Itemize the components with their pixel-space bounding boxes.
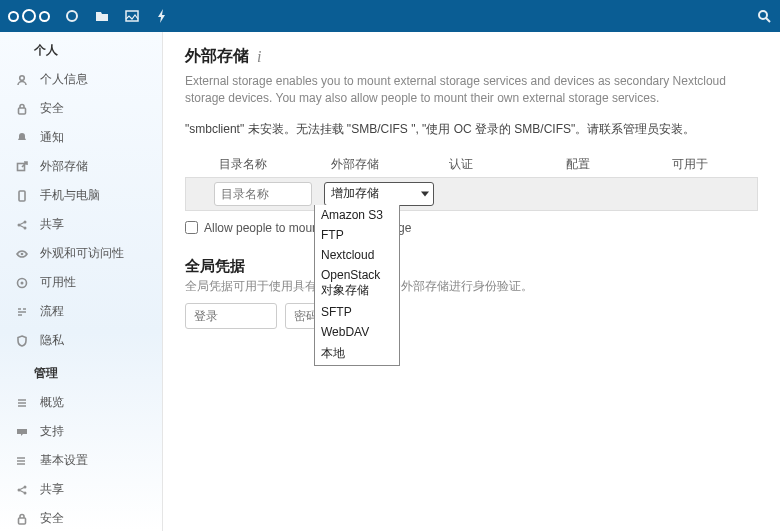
storage-option[interactable]: FTP (315, 225, 399, 245)
sidebar-item-label: 外观和可访问性 (40, 245, 124, 262)
svg-point-2 (759, 11, 767, 19)
svg-point-16 (17, 463, 19, 465)
lock-icon (16, 103, 30, 115)
privacy-icon (16, 335, 30, 347)
dashboard-icon[interactable] (64, 8, 80, 24)
bell-icon (16, 132, 30, 144)
svg-rect-5 (19, 108, 26, 114)
sidebar-heading-personal: 个人 (0, 32, 162, 65)
lock-icon (16, 513, 30, 525)
sidebar-item-bell[interactable]: 通知 (0, 123, 162, 152)
app-logo[interactable] (8, 9, 50, 23)
svg-point-4 (20, 75, 25, 80)
main-content: 外部存储 i External storage enables you to m… (163, 32, 780, 531)
sidebar-item-label: 共享 (40, 481, 64, 498)
storage-type-select[interactable]: 增加存储 (324, 182, 434, 206)
support-icon (16, 426, 30, 438)
sidebar-item-lock[interactable]: 安全 (0, 94, 162, 123)
col-dirname: 目录名称 (213, 152, 325, 177)
avail-icon (16, 277, 30, 289)
svg-point-14 (17, 457, 19, 459)
sidebar-item-label: 概览 (40, 394, 64, 411)
info-icon[interactable]: i (257, 48, 261, 66)
allow-user-mount-row[interactable]: Allow people to mount external storage (185, 221, 758, 235)
sidebar-item-label: 通知 (40, 129, 64, 146)
sidebar-item-label: 隐私 (40, 332, 64, 349)
add-storage-row: 增加存储 Amazon S3FTPNextcloudOpenStack 对象存储… (185, 177, 758, 211)
svg-rect-7 (19, 191, 25, 201)
storage-option[interactable]: Nextcloud (315, 245, 399, 265)
storage-option[interactable]: SFTP (315, 302, 399, 322)
storage-option[interactable]: OpenStack 对象存储 (315, 265, 399, 302)
sidebar-item-label: 安全 (40, 100, 64, 117)
phone-icon (16, 190, 30, 202)
global-credentials-title: 全局凭据 (185, 257, 758, 276)
page-title: 外部存储 i (185, 46, 758, 67)
svg-point-0 (67, 11, 77, 21)
share-icon (16, 484, 30, 496)
files-icon[interactable] (94, 8, 110, 24)
svg-rect-20 (19, 518, 26, 524)
page-title-text: 外部存储 (185, 46, 249, 67)
flow-icon (16, 306, 30, 318)
storage-option[interactable]: WebDAV (315, 322, 399, 342)
share-icon (16, 219, 30, 231)
sidebar-item-flow[interactable]: 流程 (0, 297, 162, 326)
top-bar (0, 0, 780, 32)
storage-option[interactable]: 本地 (315, 342, 399, 365)
sidebar-item-label: 外部存储 (40, 158, 88, 175)
activity-icon[interactable] (154, 8, 170, 24)
sidebar-item-user[interactable]: 个人信息 (0, 65, 162, 94)
sidebar-heading-admin: 管理 (0, 355, 162, 388)
storage-option[interactable]: Amazon S3 (315, 205, 399, 225)
sidebar-item-label: 手机与电脑 (40, 187, 100, 204)
storage-type-dropdown: Amazon S3FTPNextcloudOpenStack 对象存储SFTPW… (314, 205, 400, 366)
svg-point-13 (21, 281, 24, 284)
col-config: 配置 (560, 152, 666, 177)
storage-type-select-value: 增加存储 (331, 185, 379, 202)
sidebar-item-basic[interactable]: 基本设置 (0, 446, 162, 475)
smb-warning: "smbclient" 未安装。无法挂载 "SMB/CIFS ", "使用 OC… (185, 121, 758, 138)
sidebar-item-share[interactable]: 共享 (0, 475, 162, 504)
photos-icon[interactable] (124, 8, 140, 24)
page-description: External storage enables you to mount ex… (185, 73, 758, 107)
chevron-down-icon (421, 191, 429, 196)
col-auth: 认证 (443, 152, 561, 177)
search-icon[interactable] (756, 8, 772, 24)
dirname-input[interactable] (214, 182, 312, 206)
global-login-input[interactable] (185, 303, 277, 329)
svg-point-11 (21, 252, 24, 255)
sidebar-item-label: 安全 (40, 510, 64, 527)
overview-icon (16, 397, 30, 409)
sidebar-item-eye[interactable]: 外观和可访问性 (0, 239, 162, 268)
svg-point-15 (17, 460, 19, 462)
col-available: 可用于 (666, 152, 758, 177)
global-credentials-desc: 全局凭据可用于使用具有相同凭据的多个外部存储进行身份验证。 (185, 278, 758, 295)
sidebar-item-label: 流程 (40, 303, 64, 320)
external-icon (16, 161, 30, 173)
table-header-row: 目录名称 外部存储 认证 配置 可用于 (185, 152, 758, 177)
sidebar-item-label: 共享 (40, 216, 64, 233)
sidebar-item-external[interactable]: 外部存储 (0, 152, 162, 181)
svg-line-3 (766, 18, 770, 22)
sidebar-item-label: 支持 (40, 423, 64, 440)
col-storage: 外部存储 (325, 152, 443, 177)
sidebar-item-lock[interactable]: 安全 (0, 504, 162, 531)
sidebar-item-label: 个人信息 (40, 71, 88, 88)
sidebar-item-label: 基本设置 (40, 452, 88, 469)
sidebar-item-overview[interactable]: 概览 (0, 388, 162, 417)
sidebar-item-privacy[interactable]: 隐私 (0, 326, 162, 355)
allow-user-mount-checkbox[interactable] (185, 221, 198, 234)
sidebar-item-label: 可用性 (40, 274, 76, 291)
eye-icon (16, 248, 30, 260)
sidebar-item-share[interactable]: 共享 (0, 210, 162, 239)
sidebar-item-avail[interactable]: 可用性 (0, 268, 162, 297)
user-icon (16, 74, 30, 86)
settings-sidebar: 个人 个人信息安全通知外部存储手机与电脑共享外观和可访问性可用性流程隐私 管理 … (0, 32, 163, 531)
basic-icon (16, 455, 30, 467)
sidebar-item-support[interactable]: 支持 (0, 417, 162, 446)
sidebar-item-phone[interactable]: 手机与电脑 (0, 181, 162, 210)
